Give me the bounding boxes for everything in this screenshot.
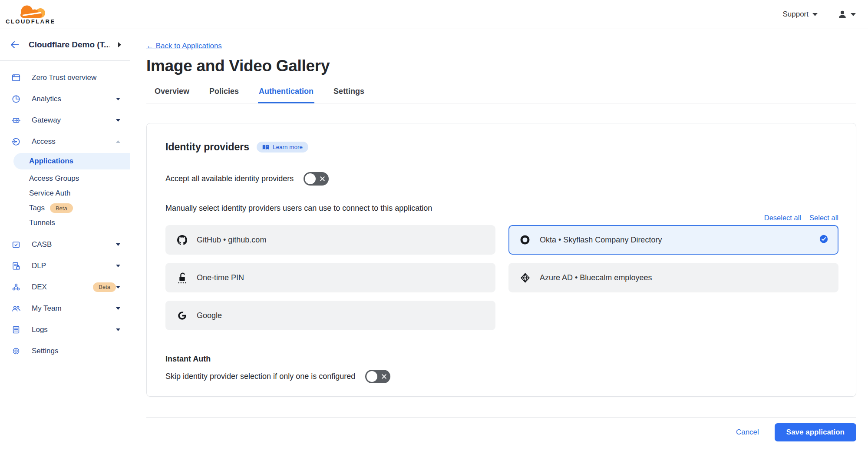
sidebar-item-casb[interactable]: CASB [0,234,130,255]
page-title: Image and Video Gallery [146,57,856,75]
sidebar-item-dlp[interactable]: DLP [0,255,130,276]
chevron-down-icon [812,13,818,16]
provider-card-okta[interactable]: Okta • Skyflash Company Directory [508,225,838,255]
back-arrow-icon[interactable] [10,40,20,50]
support-menu[interactable]: Support [782,10,818,19]
casb-icon [11,239,21,250]
sidebar-item-gateway[interactable]: Gateway [0,109,130,131]
tab-settings[interactable]: Settings [333,87,365,103]
beta-badge: Beta [93,282,116,292]
sidebar-item-tunnels[interactable]: Tunnels [0,216,130,230]
logo-wordmark: CLOUDFLARE [6,19,56,24]
book-icon [262,144,269,150]
beta-badge: Beta [50,203,73,213]
provider-label: Azure AD • Bluecalm employees [540,273,652,282]
accept-all-toggle[interactable] [304,172,329,186]
manual-select-label: Manually select identity providers users… [165,204,838,213]
account-name: Cloudflare Demo (T... [29,40,109,50]
provider-card-google[interactable]: Google [165,301,495,330]
save-application-button[interactable]: Save application [775,423,856,441]
sidebar: Cloudflare Demo (T... Zero Trust overvie… [0,29,130,461]
learn-more-button[interactable]: Learn more [257,142,308,153]
deselect-all-link[interactable]: Deselect all [764,214,801,222]
sidebar-item-applications[interactable]: Applications [13,153,130,169]
sidebar-item-analytics[interactable]: Analytics [0,88,130,109]
dex-icon [11,282,21,292]
accept-all-label: Accept all available identity providers [165,174,294,183]
sidebar-account-header[interactable]: Cloudflare Demo (T... [0,29,130,61]
instant-auth-toggle[interactable] [365,370,390,383]
chevron-down-icon [116,119,120,122]
instant-auth-heading: Instant Auth [165,355,838,364]
instant-auth-label: Skip identity provider selection if only… [165,372,355,381]
provider-label: Google [197,311,222,320]
sidebar-item-access[interactable]: Access [0,131,130,152]
chevron-down-icon [116,243,120,246]
chevron-down-icon [116,98,120,100]
providers-grid: GitHub • github.com Okta • Skyflash Comp… [165,225,838,330]
google-icon [176,311,188,321]
toggle-off-x-icon [381,374,387,379]
provider-label: GitHub • github.com [197,235,266,245]
chevron-down-icon [116,265,120,267]
chevron-right-icon[interactable] [118,42,121,47]
provider-card-azure-ad[interactable]: Azure AD • Bluecalm employees [508,263,838,292]
logs-icon [11,325,21,335]
user-avatar-icon [838,10,847,19]
overview-icon [11,73,21,83]
provider-label: One-time PIN [197,273,244,282]
analytics-icon [11,94,21,104]
chevron-up-icon [116,140,120,143]
provider-card-github[interactable]: GitHub • github.com [165,225,495,255]
sidebar-item-access-groups[interactable]: Access Groups [0,171,130,186]
cancel-button[interactable]: Cancel [736,428,759,437]
sidebar-nav: Zero Trust overview Analytics Gateway [0,61,130,362]
selected-check-icon [819,235,828,245]
sidebar-item-service-auth[interactable]: Service Auth [0,186,130,201]
one-time-pin-icon [176,272,188,284]
main-content: ← Back to Applications Image and Video G… [130,29,868,461]
team-icon [11,303,21,314]
chevron-down-icon [851,13,856,16]
support-label: Support [782,10,809,19]
chevron-down-icon [116,286,120,289]
sidebar-item-tags[interactable]: Tags Beta [0,201,130,216]
github-icon [176,235,188,245]
sidebar-item-settings[interactable]: Settings [0,340,130,362]
select-all-link[interactable]: Select all [809,214,838,222]
identity-providers-card: Identity providers Learn more Accept all… [146,123,856,397]
back-to-applications-link[interactable]: ← Back to Applications [146,42,222,50]
cloudflare-cloud-icon [10,5,51,18]
top-header: CLOUDFLARE Support [0,0,868,29]
gateway-icon [11,115,21,126]
tab-overview[interactable]: Overview [154,87,190,103]
toggle-knob [305,173,316,184]
okta-icon [519,235,531,245]
cloudflare-logo: CLOUDFLARE [6,5,56,24]
toggle-knob [366,371,377,382]
azure-ad-icon [519,273,531,283]
chevron-down-icon [116,328,120,331]
access-subnav: Applications Access Groups Service Auth … [0,153,130,230]
footer-actions: Cancel Save application [146,423,856,441]
access-icon [11,136,21,147]
tab-bar: Overview Policies Authentication Setting… [146,87,856,103]
chevron-down-icon [116,307,120,310]
dlp-icon [11,261,21,271]
provider-label: Okta • Skyflash Company Directory [540,235,662,245]
sidebar-item-my-team[interactable]: My Team [0,298,130,319]
sidebar-item-logs[interactable]: Logs [0,319,130,340]
account-menu[interactable] [838,10,856,19]
toggle-off-x-icon [320,176,325,182]
sidebar-item-zero-trust-overview[interactable]: Zero Trust overview [0,67,130,88]
sidebar-item-dex[interactable]: DEX Beta [0,276,130,298]
footer-divider [146,417,856,418]
tab-policies[interactable]: Policies [208,87,240,103]
tab-authentication[interactable]: Authentication [258,87,314,103]
settings-gear-icon [11,346,21,356]
identity-providers-heading: Identity providers [165,141,249,153]
provider-card-one-time-pin[interactable]: One-time PIN [165,263,495,292]
